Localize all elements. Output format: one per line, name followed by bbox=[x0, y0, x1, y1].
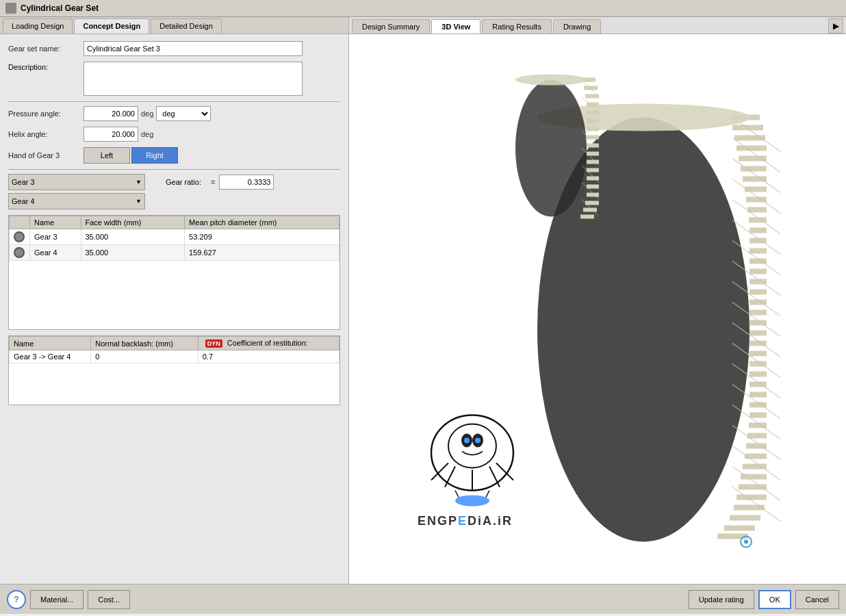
gear-ratio-eq: = bbox=[211, 178, 215, 186]
svg-text:ENGPEDiA.iR: ENGPEDiA.iR bbox=[418, 514, 513, 528]
backlash-table: Name Normal backlash: (mm) DYN Coefficie… bbox=[9, 336, 339, 363]
table-row: Gear 3 35.000 53.209 bbox=[10, 229, 339, 245]
backlash-empty-space bbox=[9, 363, 339, 405]
gear-table-col-icon bbox=[10, 216, 30, 229]
right-tabs: Design Summary 3D View Rating Results Dr… bbox=[352, 19, 602, 34]
help-button[interactable]: ? bbox=[7, 590, 26, 609]
backlash-col-name: Name bbox=[10, 337, 91, 350]
backlash-col-normal: Normal backlash: (mm) bbox=[91, 337, 198, 350]
description-label: Description: bbox=[8, 62, 84, 71]
window-title: Cylindrical Gear Set bbox=[21, 3, 99, 13]
divider-1 bbox=[8, 101, 340, 102]
svg-point-64 bbox=[515, 80, 587, 217]
description-row: Description: bbox=[8, 62, 340, 96]
gear4-name-cell: Gear 4 bbox=[30, 245, 81, 261]
helix-angle-row: Helix angle: deg bbox=[8, 127, 340, 142]
gear3-visualization bbox=[515, 75, 600, 217]
description-input[interactable] bbox=[84, 62, 303, 96]
pressure-angle-input[interactable] bbox=[84, 106, 138, 121]
gear4-diameter-cell: 159.627 bbox=[185, 245, 339, 261]
gear3-facewidth-cell: 35.000 bbox=[81, 229, 185, 245]
watermark-group: ENGPEDiA.iR bbox=[418, 415, 513, 528]
cancel-button[interactable]: Cancel bbox=[795, 590, 839, 609]
main-container: Loading Design Concept Design Detailed D… bbox=[0, 17, 846, 584]
gear3-diameter-cell: 53.209 bbox=[185, 229, 339, 245]
cost-button[interactable]: Cost... bbox=[88, 590, 130, 609]
gear-table-container: Name Face width (mm) Mean pitch diameter… bbox=[8, 215, 340, 330]
pressure-angle-row: Pressure angle: deg deg rad bbox=[8, 106, 340, 121]
divider-2 bbox=[8, 169, 340, 170]
hand-of-gear-row: Hand of Gear 3 Left Right bbox=[8, 147, 340, 164]
tab-detailed-design[interactable]: Detailed Design bbox=[151, 18, 222, 34]
dyn-badge: DYN bbox=[205, 339, 222, 348]
gear-table-col-facewidth: Face width (mm) bbox=[81, 216, 185, 229]
hand-buttons: Left Right bbox=[84, 147, 178, 164]
gear4-facewidth-cell: 35.000 bbox=[81, 245, 185, 261]
right-panel: Design Summary 3D View Rating Results Dr… bbox=[349, 17, 846, 584]
svg-point-93 bbox=[744, 540, 748, 544]
gear3-dropdown-arrow: ▼ bbox=[136, 179, 142, 185]
gear3-dropdown[interactable]: Gear 3 ▼ bbox=[8, 174, 145, 190]
svg-point-99 bbox=[475, 438, 480, 444]
gear4-dropdown[interactable]: Gear 4 ▼ bbox=[8, 193, 145, 209]
gear-ratio-input[interactable] bbox=[219, 175, 274, 190]
hand-right-button[interactable]: Right bbox=[131, 147, 178, 164]
gear-ratio-label: Gear ratio: bbox=[166, 178, 201, 186]
gear-table-col-diameter: Mean pitch diameter (mm) bbox=[185, 216, 339, 229]
gear3-row: Gear 3 ▼ Gear ratio: = bbox=[8, 174, 340, 190]
gear-set-name-label: Gear set name: bbox=[8, 44, 84, 53]
backlash-value-cell: 0 bbox=[91, 350, 198, 363]
update-rating-button[interactable]: Update rating bbox=[689, 590, 754, 609]
pressure-angle-unit: deg bbox=[141, 110, 153, 118]
backlash-row: Gear 3 -> Gear 4 0 0.7 bbox=[10, 350, 339, 363]
ok-button[interactable]: OK bbox=[758, 590, 791, 609]
tab-loading-design[interactable]: Loading Design bbox=[3, 18, 73, 34]
tab-3d-view[interactable]: 3D View bbox=[431, 19, 480, 34]
backlash-coeff-cell: 0.7 bbox=[198, 350, 339, 363]
left-panel: Loading Design Concept Design Detailed D… bbox=[0, 17, 349, 584]
title-bar: Cylindrical Gear Set bbox=[0, 0, 846, 17]
app-icon bbox=[5, 3, 16, 14]
table-row: Gear 4 35.000 159.627 bbox=[10, 245, 339, 261]
gear3-icon bbox=[14, 231, 25, 242]
svg-point-95 bbox=[448, 424, 496, 468]
gear-svg: ENGPEDiA.iR bbox=[349, 34, 846, 584]
hand-of-gear-label: Hand of Gear 3 bbox=[8, 151, 84, 159]
3d-view-area: ENGPEDiA.iR bbox=[349, 34, 846, 584]
expand-button[interactable]: ▶ bbox=[828, 18, 843, 34]
right-tab-bar: Design Summary 3D View Rating Results Dr… bbox=[349, 17, 846, 34]
svg-point-92 bbox=[515, 75, 587, 86]
helix-angle-unit: deg bbox=[141, 130, 153, 138]
bottom-bar: ? Material... Cost... Update rating OK C… bbox=[0, 584, 846, 614]
helix-angle-label: Helix angle: bbox=[8, 130, 84, 138]
tab-rating-results[interactable]: Rating Results bbox=[482, 19, 552, 34]
gear-table: Name Face width (mm) Mean pitch diameter… bbox=[9, 216, 339, 261]
backlash-col-dyn: DYN Coefficient of restitution: bbox=[198, 337, 339, 350]
backlash-table-container: Name Normal backlash: (mm) DYN Coefficie… bbox=[8, 335, 340, 405]
tab-concept-design[interactable]: Concept Design bbox=[74, 18, 149, 34]
tab-drawing[interactable]: Drawing bbox=[553, 19, 601, 34]
helix-angle-input[interactable] bbox=[84, 127, 138, 142]
svg-point-98 bbox=[464, 438, 470, 444]
gear3-icon-cell bbox=[10, 229, 30, 245]
tab-design-summary[interactable]: Design Summary bbox=[352, 19, 430, 34]
gear-set-name-input[interactable] bbox=[84, 41, 303, 56]
gear4-dropdown-arrow: ▼ bbox=[136, 198, 142, 205]
gear4-row: Gear 4 ▼ bbox=[8, 193, 340, 209]
form-area: Gear set name: Description: Pressure ang… bbox=[0, 34, 348, 584]
hand-left-button[interactable]: Left bbox=[84, 147, 130, 164]
svg-point-100 bbox=[455, 496, 489, 506]
pressure-angle-label: Pressure angle: bbox=[8, 110, 84, 118]
gear3-name-cell: Gear 3 bbox=[30, 229, 81, 245]
table-empty-space bbox=[9, 261, 339, 329]
svg-line-102 bbox=[486, 491, 489, 498]
pressure-angle-unit-select[interactable]: deg rad bbox=[156, 106, 211, 121]
gear4-icon-cell bbox=[10, 245, 30, 261]
material-button[interactable]: Material... bbox=[30, 590, 84, 609]
left-tab-bar: Loading Design Concept Design Detailed D… bbox=[0, 17, 348, 34]
backlash-name-cell: Gear 3 -> Gear 4 bbox=[10, 350, 91, 363]
gear-set-name-row: Gear set name: bbox=[8, 41, 340, 56]
gear-table-col-name: Name bbox=[30, 216, 81, 229]
svg-line-101 bbox=[455, 491, 459, 498]
gear4-icon bbox=[14, 247, 25, 258]
